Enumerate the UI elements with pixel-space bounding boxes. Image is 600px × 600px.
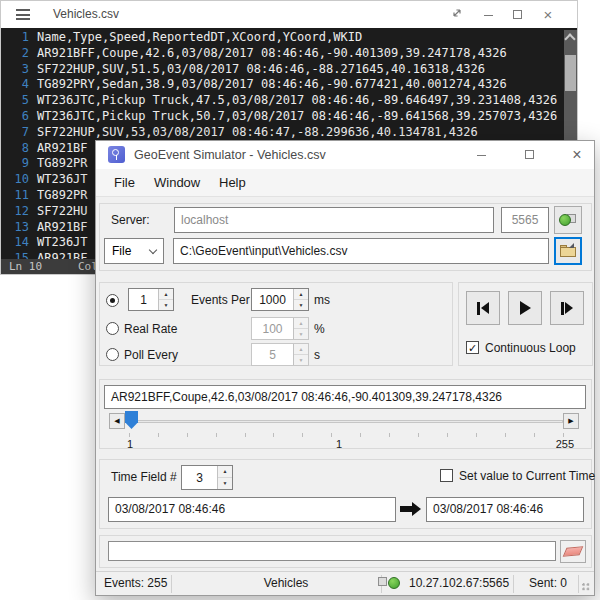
connection-icon bbox=[559, 212, 577, 228]
endpoint-address: 10.27.102.67:5565 bbox=[409, 576, 509, 590]
spin-up-icon: ▲ bbox=[294, 344, 308, 355]
time-field-stepper[interactable]: 3 ▲▼ bbox=[181, 465, 233, 490]
editor-line[interactable]: 1Name,Type,Speed,ReportedDT,XCoord,YCoor… bbox=[1, 30, 577, 46]
poll-every-label: Poll Every bbox=[124, 348, 178, 362]
file-path-input[interactable]: C:\GeoEvent\input\Vehicles.csv bbox=[173, 238, 549, 264]
connect-button[interactable] bbox=[554, 206, 582, 234]
server-label: Server: bbox=[111, 213, 150, 227]
spin-up-icon[interactable]: ▲ bbox=[218, 466, 232, 478]
chevron-down-icon bbox=[149, 246, 157, 254]
slider-current-label: 1 bbox=[332, 438, 346, 450]
server-host-input[interactable]: localhost bbox=[174, 207, 494, 233]
editor-line[interactable]: 4TG892PRY,Sedan,38.9,03/08/2017 08:46:46… bbox=[1, 77, 577, 93]
slider-min-label: 1 bbox=[123, 438, 137, 450]
spin-down-icon[interactable]: ▼ bbox=[294, 300, 308, 310]
source-type-select[interactable]: File bbox=[104, 238, 164, 264]
spin-down-icon[interactable]: ▼ bbox=[159, 300, 173, 310]
current-event-field[interactable]: AR921BFF,Coupe,42.6,03/08/2017 08:46:46,… bbox=[104, 385, 586, 409]
spin-up-icon[interactable]: ▲ bbox=[294, 289, 308, 300]
real-rate-radio[interactable] bbox=[106, 322, 119, 335]
spin-up-icon: ▲ bbox=[294, 318, 308, 329]
time-field-label: Time Field # bbox=[111, 470, 177, 484]
progress-bar bbox=[108, 541, 556, 561]
time-from-field[interactable]: 03/08/2017 08:46:46 bbox=[108, 497, 396, 522]
poll-unit-label: s bbox=[314, 348, 320, 362]
server-port-input[interactable]: 5565 bbox=[501, 207, 549, 233]
play-icon bbox=[520, 301, 531, 315]
sent-count: Sent: 0 bbox=[529, 576, 567, 590]
menu-file[interactable]: File bbox=[114, 175, 135, 190]
simulator-titlebar: GeoEvent Simulator - Vehicles.csv × bbox=[96, 141, 594, 169]
slider-max-label: 255 bbox=[544, 438, 574, 450]
menu-window[interactable]: Window bbox=[154, 175, 200, 190]
time-to-field[interactable]: 03/08/2017 08:46:46 bbox=[426, 497, 584, 522]
geoevent-logo-icon bbox=[108, 146, 125, 163]
slider-right-icon[interactable]: ▶ bbox=[563, 413, 579, 429]
step-forward-button[interactable] bbox=[550, 291, 584, 325]
folder-open-icon bbox=[560, 245, 576, 257]
editor-line[interactable]: 7SF722HUP,SUV,53,03/08/2017 08:46:47,-88… bbox=[1, 125, 577, 141]
spin-up-icon[interactable]: ▲ bbox=[159, 289, 173, 300]
resize-grip[interactable] bbox=[582, 583, 591, 592]
eraser-icon bbox=[563, 546, 584, 557]
play-button[interactable] bbox=[508, 291, 542, 325]
continuous-loop-checkbox[interactable]: ✓ bbox=[466, 341, 479, 354]
minimize-icon[interactable] bbox=[479, 6, 497, 24]
editor-line[interactable]: 2AR921BFF,Coupe,42.6,03/08/2017 08:46:46… bbox=[1, 46, 577, 62]
slider-track[interactable] bbox=[125, 420, 563, 423]
slider-ticks bbox=[129, 433, 565, 437]
editor-line[interactable]: 6WT236JTC,Pickup Truck,50.7,03/08/2017 0… bbox=[1, 109, 577, 125]
scroll-up-icon[interactable] bbox=[564, 33, 575, 44]
expand-icon[interactable] bbox=[448, 6, 466, 24]
maximize-icon[interactable] bbox=[508, 6, 526, 24]
close-icon[interactable]: × bbox=[567, 145, 587, 165]
spin-down-icon[interactable]: ▼ bbox=[218, 478, 232, 489]
poll-every-radio[interactable] bbox=[106, 348, 119, 361]
continuous-loop-label: Continuous Loop bbox=[485, 341, 576, 355]
set-current-time-checkbox[interactable] bbox=[440, 469, 453, 482]
scrollbar-thumb[interactable] bbox=[565, 55, 576, 91]
spin-down-icon: ▼ bbox=[294, 355, 308, 365]
layer-name: Vehicles bbox=[236, 576, 336, 590]
clear-button[interactable] bbox=[560, 540, 586, 563]
close-icon[interactable]: × bbox=[539, 6, 557, 24]
real-rate-label: Real Rate bbox=[124, 322, 177, 336]
editor-line[interactable]: 3SF722HUP,SUV,51.5,03/08/2017 08:46:46,-… bbox=[1, 62, 577, 78]
maximize-icon[interactable] bbox=[519, 145, 539, 165]
step-to-start-button[interactable] bbox=[466, 291, 500, 325]
line-indicator: Ln 10 bbox=[9, 259, 42, 274]
step-forward-icon bbox=[561, 302, 564, 315]
right-arrow-icon bbox=[400, 502, 421, 516]
browse-button[interactable] bbox=[554, 237, 582, 265]
step-to-start-icon bbox=[477, 302, 480, 315]
set-current-time-label: Set value to Current Time bbox=[459, 469, 595, 483]
simulator-window: GeoEvent Simulator - Vehicles.csv × File… bbox=[95, 140, 595, 596]
menu-help[interactable]: Help bbox=[219, 175, 246, 190]
events-count: Events: 255 bbox=[104, 576, 167, 590]
editor-line[interactable]: 5WT236JTC,Pickup Truck,47.5,03/08/2017 0… bbox=[1, 93, 577, 109]
minimize-icon[interactable] bbox=[471, 145, 491, 165]
events-count-stepper[interactable]: 1 ▲▼ bbox=[128, 288, 174, 311]
events-per-radio[interactable] bbox=[106, 294, 119, 307]
real-rate-stepper: 100 ▲▼ bbox=[251, 317, 309, 340]
poll-stepper: 5 ▲▼ bbox=[251, 343, 309, 366]
real-rate-unit-label: % bbox=[314, 322, 325, 336]
hamburger-menu-icon[interactable] bbox=[16, 9, 30, 20]
events-per-label: Events Per bbox=[191, 293, 250, 307]
menubar: File Window Help bbox=[96, 169, 594, 197]
spin-down-icon: ▼ bbox=[294, 329, 308, 339]
editor-titlebar: Vehicles.csv × bbox=[1, 1, 577, 28]
interval-unit-label: ms bbox=[314, 293, 330, 307]
interval-stepper[interactable]: 1000 ▲▼ bbox=[251, 288, 309, 311]
slider-left-icon[interactable]: ◀ bbox=[109, 413, 125, 429]
simulator-statusbar: Events: 255 Vehicles 10.27.102.67:5565 S… bbox=[96, 571, 594, 595]
simulator-window-title: GeoEvent Simulator - Vehicles.csv bbox=[134, 148, 326, 162]
editor-window-title: Vehicles.csv bbox=[53, 7, 119, 21]
